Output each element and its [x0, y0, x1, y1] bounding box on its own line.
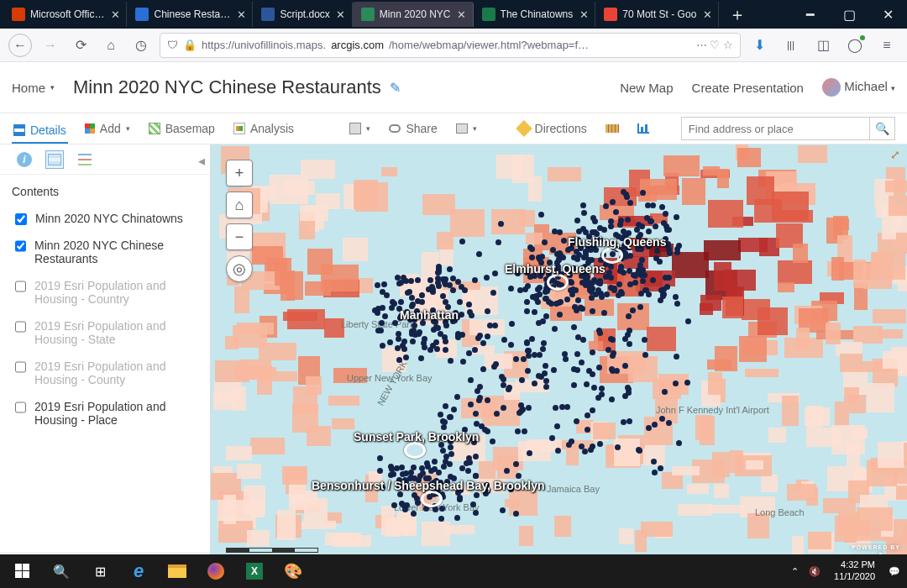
- favicon: [482, 8, 495, 21]
- layer-item[interactable]: 2019 Esri Population and Housing - Place: [12, 393, 205, 433]
- nav-history-button[interactable]: ◷: [129, 34, 153, 57]
- basemap-icon: [149, 123, 160, 134]
- url-input[interactable]: 🛡 🔒 https://univofillinois.maps.arcgis.c…: [160, 33, 741, 58]
- layer-checkbox[interactable]: [15, 361, 26, 373]
- user-menu[interactable]: Michael ▾: [822, 78, 895, 97]
- svg-rect-0: [15, 564, 22, 570]
- layer-item[interactable]: 2019 Esri Population and Housing - Count…: [12, 353, 205, 393]
- download-icon[interactable]: ⬇: [747, 34, 771, 57]
- layer-checkbox[interactable]: [15, 402, 26, 413]
- menu-icon[interactable]: ≡: [875, 34, 899, 57]
- ie-icon[interactable]: e: [119, 554, 158, 588]
- layer-label: Minn 2020 NYC Chinatowns: [35, 212, 183, 225]
- contents-heading: Contents: [0, 175, 210, 205]
- search-input[interactable]: [682, 123, 869, 135]
- taskbar-clock[interactable]: 4:32 PM 11/1/2020: [827, 559, 882, 583]
- details-icon: [13, 124, 25, 136]
- fullscreen-icon[interactable]: ⤢: [890, 148, 904, 161]
- browser-tab[interactable]: Chinese Restaur…✕: [127, 2, 253, 27]
- create-presentation-link[interactable]: Create Presentation: [692, 81, 804, 95]
- explorer-icon[interactable]: [158, 554, 197, 588]
- paint-icon[interactable]: 🎨: [274, 554, 312, 588]
- search-button[interactable]: 🔍: [869, 117, 894, 140]
- shield-icon: 🛡: [167, 39, 178, 51]
- notifications-icon[interactable]: 💬: [887, 564, 902, 579]
- close-tab-icon[interactable]: ✕: [701, 8, 713, 20]
- analysis-button[interactable]: Analysis: [232, 118, 296, 139]
- locate-button[interactable]: ◎: [226, 255, 253, 282]
- share-button[interactable]: Share: [387, 118, 438, 139]
- svg-rect-3: [23, 571, 29, 578]
- layer-item[interactable]: Minn 2020 NYC Chinese Restaurants: [12, 232, 205, 272]
- browser-tab[interactable]: Minn 2020 NYC✕: [353, 2, 474, 27]
- layer-item[interactable]: Minn 2020 NYC Chinatowns: [12, 205, 205, 232]
- nav-back-button[interactable]: ←: [8, 34, 32, 57]
- zoom-out-button[interactable]: −: [226, 223, 253, 250]
- library-icon[interactable]: ⫼: [779, 34, 803, 57]
- edit-title-icon[interactable]: ✎: [390, 80, 401, 96]
- contents-tab[interactable]: [45, 150, 64, 169]
- close-tab-icon[interactable]: ✕: [578, 8, 590, 20]
- tab-label: Script.docx: [280, 8, 329, 20]
- task-view-icon[interactable]: ⊞: [81, 554, 119, 588]
- window-maximize[interactable]: ▢: [830, 2, 868, 27]
- directions-button[interactable]: Directions: [516, 118, 589, 139]
- close-tab-icon[interactable]: ✕: [456, 8, 468, 20]
- close-tab-icon[interactable]: ✕: [109, 8, 121, 20]
- save-button[interactable]: ▾: [348, 119, 372, 138]
- home-link[interactable]: Home▾: [12, 81, 55, 95]
- map-toolbar: Details Add▾ Basemap Analysis ▾ Share ▾ …: [0, 113, 907, 144]
- layer-checkbox[interactable]: [15, 240, 26, 252]
- svg-rect-2: [15, 571, 22, 578]
- default-extent-button[interactable]: ⌂: [226, 192, 253, 218]
- favicon: [12, 8, 25, 21]
- chart-button[interactable]: [636, 120, 651, 137]
- browser-tab[interactable]: Microsoft Offic…✕: [3, 2, 127, 27]
- measure-icon: [606, 124, 619, 133]
- layer-label: 2019 Esri Population and Housing - Place: [34, 400, 202, 427]
- layer-item[interactable]: 2019 Esri Population and Housing - Count…: [12, 272, 205, 312]
- details-button[interactable]: Details: [12, 120, 68, 144]
- basemap-button[interactable]: Basemap: [147, 118, 217, 139]
- window-close[interactable]: ✕: [868, 2, 907, 27]
- nav-home-button[interactable]: ⌂: [99, 34, 123, 57]
- browser-tab[interactable]: The Chinatowns✕: [474, 2, 596, 27]
- browser-tab[interactable]: Script.docx✕: [253, 2, 352, 27]
- close-tab-icon[interactable]: ✕: [335, 8, 347, 20]
- sidebar-icon[interactable]: ◫: [811, 34, 835, 57]
- add-button[interactable]: Add▾: [83, 118, 132, 139]
- start-button[interactable]: [3, 554, 42, 588]
- tab-label: 70 Mott St - Goo: [622, 8, 696, 20]
- nav-reload-button[interactable]: ⟳: [69, 34, 92, 57]
- directions-icon: [516, 120, 532, 137]
- close-tab-icon[interactable]: ✕: [235, 8, 247, 20]
- layer-item[interactable]: 2019 Esri Population and Housing - State: [12, 312, 205, 353]
- legend-tab[interactable]: [76, 150, 94, 169]
- about-tab[interactable]: i: [15, 150, 34, 169]
- excel-icon[interactable]: X: [235, 554, 274, 588]
- zoom-in-button[interactable]: +: [226, 160, 253, 186]
- new-tab-button[interactable]: ＋: [719, 3, 756, 26]
- browser-tab[interactable]: 70 Mott St - Goo✕: [595, 2, 719, 27]
- map-title: Minn 2020 NYC Chinese Restaurants: [73, 76, 381, 98]
- print-icon: [456, 123, 468, 134]
- map-search: 🔍: [681, 117, 895, 140]
- layer-label: 2019 Esri Population and Housing - Count…: [34, 279, 202, 306]
- layer-checkbox[interactable]: [15, 321, 26, 333]
- window-minimize[interactable]: ━: [791, 2, 830, 27]
- print-button[interactable]: ▾: [454, 120, 479, 137]
- account-icon[interactable]: ◯: [843, 34, 867, 57]
- layer-checkbox[interactable]: [15, 281, 26, 292]
- tray-volume-icon[interactable]: 🔇: [807, 564, 822, 579]
- layer-checkbox[interactable]: [15, 213, 27, 225]
- favicon: [604, 8, 617, 21]
- map-canvas[interactable]: Liberty State ParkUpper New York BayLowe…: [211, 144, 907, 588]
- search-taskbar-icon[interactable]: 🔍: [42, 554, 81, 588]
- firefox-icon[interactable]: [197, 554, 235, 588]
- nav-forward-button[interactable]: →: [39, 34, 62, 57]
- measure-button[interactable]: [604, 121, 621, 136]
- new-map-link[interactable]: New Map: [620, 81, 673, 95]
- layer-list[interactable]: Minn 2020 NYC ChinatownsMinn 2020 NYC Ch…: [0, 205, 210, 552]
- tray-chevron-icon[interactable]: ⌃: [787, 564, 802, 579]
- collapse-sidebar-icon[interactable]: ◂: [198, 153, 205, 169]
